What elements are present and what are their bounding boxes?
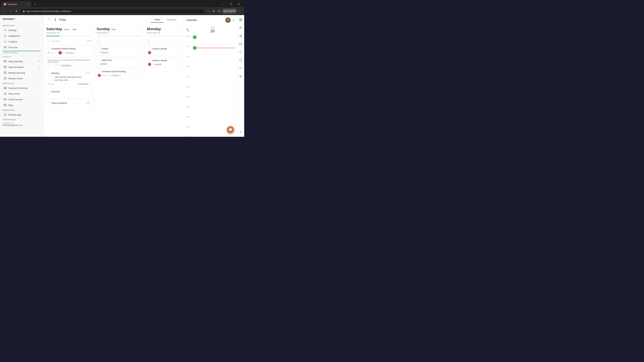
task-exercise-checkbox[interactable] [48, 90, 50, 93]
task-checkbox[interactable] [48, 47, 50, 50]
rail-search-icon[interactable] [238, 65, 243, 71]
weekly-review-icon [4, 77, 7, 80]
task-meeting[interactable]: Meeting 0:15 add subtasks description he… [45, 70, 92, 87]
task-cd2-checkbox[interactable] [148, 59, 151, 62]
sidebar-item-weekly-planning[interactable]: Weekly planning [1, 70, 42, 75]
saturday-tag-focus[interactable]: Focus [64, 28, 69, 31]
rail-layers-icon[interactable] [238, 73, 243, 79]
rail-people-icon[interactable] [238, 25, 243, 30]
tab-tasks[interactable]: Tasks [151, 17, 164, 23]
time-label-7am: 7 AM [185, 105, 193, 108]
sidebar-item-desktop-app[interactable]: Desktop app [1, 112, 42, 117]
integrations-icon: ⊞ [4, 34, 7, 37]
task-create-design-2[interactable]: create a design B # general [146, 57, 183, 68]
saturday-tag-plan[interactable]: Plan [72, 28, 76, 31]
keyboard-shortcuts-icon [4, 86, 7, 89]
sidebar-item-analytics[interactable]: Analytics [1, 39, 42, 44]
rail-notification-icon[interactable] [238, 57, 243, 63]
link-meta-icon [55, 64, 58, 67]
sidebar-item-email-courses[interactable]: Email courses [1, 97, 42, 102]
download-icon[interactable]: ⬇ [211, 9, 216, 13]
zoom-in-icon[interactable]: 🔍 [186, 28, 189, 32]
new-tab-button[interactable]: + [33, 2, 38, 6]
bookmark-icon[interactable]: ☆ [206, 9, 211, 13]
monday-progress-bg [147, 36, 183, 36]
monday-add-task[interactable]: + [144, 38, 183, 44]
logged-in-as-text: Logged in as [3, 122, 41, 124]
task-setup-checkbox[interactable] [48, 101, 50, 104]
sunday-name: Sunday [96, 27, 110, 31]
tab-calendar[interactable]: Calendar [164, 17, 180, 23]
task-schedule-kickoff[interactable]: Schedule kickoff meeting [45, 45, 92, 56]
refresh-button[interactable]: ↻ [14, 9, 19, 13]
extension-icon[interactable]: ⊡ [217, 9, 221, 13]
cal-event-green-1am: ✓ [193, 46, 196, 50]
rail-grid-icon[interactable] [238, 17, 243, 22]
sidebar-item-settings[interactable]: ⚙ Settings [1, 27, 42, 33]
task-checkbox[interactable] [48, 64, 50, 67]
days-container: Saturday Focus · Plan December 16 [44, 24, 183, 137]
rail-mail-icon[interactable] [238, 41, 243, 46]
time-slot-10am: 10 AM [183, 135, 237, 137]
weekly-planning-label: Weekly planning [8, 71, 40, 74]
subtask-check-2[interactable] [52, 79, 54, 81]
svg-rect-45 [241, 35, 242, 37]
address-bar[interactable]: 🔒 app.sunsama.com/group/moodjoy_workspac… [20, 9, 204, 13]
time-slot-4am: 4 AM [183, 75, 237, 85]
close-button[interactable]: ✕ [235, 1, 243, 7]
task-tag-cross-fu: Cross-fu... [65, 51, 75, 54]
svg-point-36 [48, 94, 49, 95]
task-travels-checkbox[interactable] [98, 47, 101, 50]
task-exercise-title: Exercise [52, 90, 90, 93]
task-url-text: https://app.asana.com/0/1206174676385119… [48, 59, 90, 63]
task-meeting-checkbox[interactable] [48, 71, 50, 75]
brand-button[interactable]: Sunsama ▾ [3, 17, 16, 20]
tag-hash2: # [58, 64, 60, 66]
sunday-tag-plan[interactable]: Plan [112, 28, 116, 31]
minimize-button[interactable]: ─ [219, 1, 227, 7]
back-to-prev-button[interactable] [47, 17, 52, 22]
svg-rect-24 [4, 114, 6, 115]
time-label-1am: 1 AM [185, 45, 193, 47]
sunday-add-task[interactable]: + [94, 38, 144, 44]
sidebar-item-integrations[interactable]: ⊞ Integrations [1, 33, 42, 38]
tag-hash-cd2: # [152, 63, 153, 65]
back-button[interactable]: ‹ [2, 9, 7, 13]
task-travels[interactable]: travels # Cross-fu... [96, 45, 142, 56]
task-tasks-here[interactable]: tasks here # general [96, 57, 142, 67]
sidebar-item-daily-planning[interactable]: Daily planning P [1, 59, 42, 64]
time-label-3am: 3 AM [185, 65, 193, 67]
url-text: app.sunsama.com/group/moodjoy_workspace [26, 10, 71, 12]
sidebar-item-keyboard-shortcuts[interactable]: Keyboard shortcuts ? [1, 85, 42, 91]
task-exercise[interactable]: Exercise [45, 88, 92, 98]
rail-chart-icon[interactable] [238, 33, 243, 38]
sidebar-item-weekly-review[interactable]: Weekly review [1, 76, 42, 81]
task-cd2-title: create a design [152, 59, 183, 62]
sidebar-item-help-center[interactable]: ? Help center [1, 91, 42, 96]
user-email: bhea@pageflows.com [3, 124, 41, 126]
saturday-add-task[interactable]: + Add task 0:55 [44, 38, 94, 44]
subtask-check-1[interactable] [52, 76, 54, 78]
sidebar-item-daily-shutdown[interactable]: Daily shutdown 0 [1, 64, 42, 70]
sidebar-item-free-trial[interactable]: Free trial [1, 44, 42, 50]
calendar-expand-icon[interactable]: ⇥ [232, 18, 234, 22]
sidebar-item-blog[interactable]: Blog [1, 102, 42, 108]
menu-icon[interactable]: ⋮ [238, 9, 242, 13]
chat-fab-button[interactable]: 💬 [227, 126, 234, 133]
tab-close-btn[interactable]: ✕ [28, 3, 29, 5]
time-slot-3am: 3 AM [183, 65, 237, 75]
rail-sync-icon[interactable] [238, 49, 243, 55]
forward-button[interactable]: › [8, 9, 13, 13]
task-travels-tag: Cross-fu... [100, 51, 110, 54]
rail-add-icon[interactable] [238, 129, 243, 135]
task-sunday-kickoff[interactable]: Schedule kickoff meeting B Dec 20 # Cros… [96, 68, 142, 79]
task-here-checkbox[interactable] [98, 58, 101, 61]
browser-tab[interactable]: S Sunsama ✕ [1, 1, 32, 7]
subtask-1-text: add subtasks description here [55, 76, 82, 78]
task-setup-sunsama[interactable]: Setup Sunsama 0:20 [45, 99, 92, 107]
restore-button[interactable]: ❐ [227, 1, 235, 7]
task-cd1-checkbox[interactable] [148, 47, 151, 50]
task-create-design-1[interactable]: create a design B [146, 45, 183, 56]
task-url[interactable]: https://app.asana.com/0/1206174676385119… [45, 57, 92, 69]
task-skickoff-checkbox[interactable] [98, 70, 101, 73]
